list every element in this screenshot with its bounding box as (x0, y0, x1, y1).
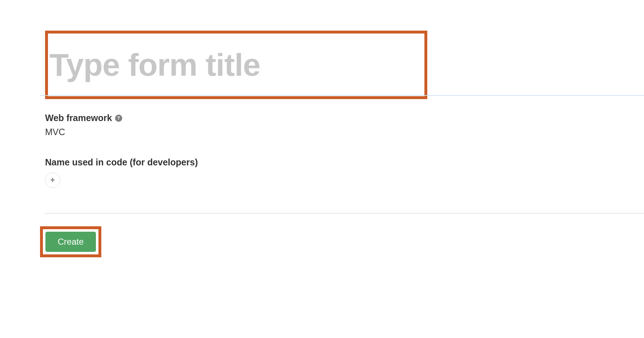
create-highlight-annotation: Create (40, 226, 101, 257)
web-framework-label-text: Web framework (45, 113, 112, 123)
title-underline (40, 95, 644, 96)
create-button[interactable]: Create (45, 232, 96, 252)
form-container: Web framework ? MVC Name used in code (f… (0, 0, 644, 257)
help-icon[interactable]: ? (115, 115, 122, 122)
form-title-input[interactable] (48, 46, 424, 83)
name-in-code-field: Name used in code (for developers) + (45, 157, 644, 188)
web-framework-field: Web framework ? MVC (45, 113, 644, 137)
name-in-code-label: Name used in code (for developers) (45, 157, 644, 168)
section-divider (45, 213, 644, 214)
plus-icon: + (50, 175, 55, 185)
name-in-code-label-text: Name used in code (for developers) (45, 157, 198, 168)
web-framework-value: MVC (45, 127, 644, 137)
web-framework-label: Web framework ? (45, 113, 644, 123)
title-highlight-annotation (45, 31, 427, 99)
add-name-button[interactable]: + (45, 173, 60, 188)
